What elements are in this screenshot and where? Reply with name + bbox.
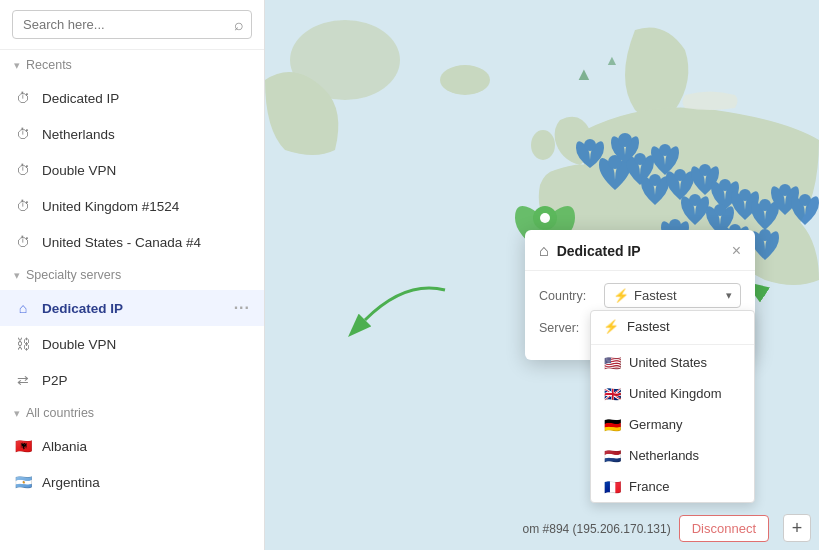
sidebar-item-label: Double VPN <box>42 337 250 352</box>
dropdown-item-fastest[interactable]: ⚡ Fastest <box>591 311 754 342</box>
all-countries-header[interactable]: ▾ All countries <box>0 398 264 428</box>
bolt-icon: ⚡ <box>613 288 629 303</box>
sidebar-item-label: Dedicated IP <box>42 91 250 106</box>
sidebar-list: ▾ Recents ⏱ Dedicated IP ⏱ Netherlands ⏱… <box>0 50 264 550</box>
svg-point-3 <box>531 130 555 160</box>
clock-icon: ⏱ <box>14 161 32 179</box>
dropdown-item-label: France <box>629 479 669 494</box>
sidebar-item-uk-1524[interactable]: ⏱ United Kingdom #1524 <box>0 188 264 224</box>
disconnect-area: om #894 (195.206.170.131) Disconnect <box>523 515 769 542</box>
sidebar-item-label: P2P <box>42 373 250 388</box>
us-flag: 🇺🇸 <box>603 356 621 370</box>
zoom-in-button[interactable]: + <box>783 514 811 542</box>
sidebar-item-double-vpn-recent[interactable]: ⏱ Double VPN <box>0 152 264 188</box>
all-countries-chevron: ▾ <box>14 407 20 420</box>
recents-header[interactable]: ▾ Recents <box>0 50 264 80</box>
sidebar-item-label: Dedicated IP <box>42 301 234 316</box>
dropdown-item-label: United States <box>629 355 707 370</box>
clock-icon: ⏱ <box>14 89 32 107</box>
nl-flag: 🇳🇱 <box>603 449 621 463</box>
sidebar-item-netherlands-recent[interactable]: ⏱ Netherlands <box>0 116 264 152</box>
sidebar-item-label: Double VPN <box>42 163 250 178</box>
specialty-label: Specialty servers <box>26 268 121 282</box>
recents-chevron: ▾ <box>14 59 20 72</box>
dropdown-item-label: United Kingdom <box>629 386 722 401</box>
sidebar-item-double-vpn-spec[interactable]: ⛓ Double VPN <box>0 326 264 362</box>
argentina-flag: 🇦🇷 <box>14 473 32 491</box>
sidebar-item-p2p[interactable]: ⇄ P2P <box>0 362 264 398</box>
modal-title: Dedicated IP <box>557 243 724 259</box>
clock-icon: ⏱ <box>14 233 32 251</box>
server-info-text: om #894 (195.206.170.131) <box>523 522 671 536</box>
more-options-icon[interactable]: ··· <box>234 299 250 317</box>
country-label: Country: <box>539 289 604 303</box>
search-bar <box>0 0 264 50</box>
map-area: ▲ ▲ <box>265 0 819 550</box>
specialty-header[interactable]: ▾ Specialty servers <box>0 260 264 290</box>
fr-flag: 🇫🇷 <box>603 480 621 494</box>
p2p-icon: ⇄ <box>14 371 32 389</box>
dropdown-item-united-kingdom[interactable]: 🇬🇧 United Kingdom <box>591 378 754 409</box>
search-input[interactable] <box>12 10 252 39</box>
double-vpn-icon: ⛓ <box>14 335 32 353</box>
modal-home-icon: ⌂ <box>539 242 549 260</box>
sidebar-item-label: Albania <box>42 439 250 454</box>
dropdown-trigger[interactable]: ⚡ Fastest ▾ <box>604 283 741 308</box>
modal-close-button[interactable]: × <box>732 243 741 259</box>
home-icon: ⌂ <box>14 299 32 317</box>
dropdown-item-label: Fastest <box>627 319 670 334</box>
uk-flag: 🇬🇧 <box>603 387 621 401</box>
country-row: Country: ⚡ Fastest ▾ ⚡ Fastest <box>539 283 741 308</box>
modal-header: ⌂ Dedicated IP × <box>525 230 755 271</box>
country-dropdown[interactable]: ⚡ Fastest ▾ ⚡ Fastest 🇺🇸 United S <box>604 283 741 308</box>
dedicated-ip-modal: ⌂ Dedicated IP × Country: ⚡ Fastest ▾ ⚡ <box>525 230 755 360</box>
sidebar-item-label: Argentina <box>42 475 250 490</box>
albania-flag: 🇦🇱 <box>14 437 32 455</box>
sidebar-item-dedicated-ip-main[interactable]: ⌂ Dedicated IP ··· <box>0 290 264 326</box>
sidebar-item-dedicated-ip-recent[interactable]: ⏱ Dedicated IP <box>0 80 264 116</box>
de-flag: 🇩🇪 <box>603 418 621 432</box>
chevron-down-icon: ▾ <box>726 289 732 302</box>
modal-body: Country: ⚡ Fastest ▾ ⚡ Fastest <box>525 271 755 360</box>
svg-text:▲: ▲ <box>605 52 619 68</box>
sidebar-item-label: Netherlands <box>42 127 250 142</box>
disconnect-button[interactable]: Disconnect <box>679 515 769 542</box>
dropdown-divider <box>591 344 754 345</box>
dropdown-item-france[interactable]: 🇫🇷 France <box>591 471 754 502</box>
sidebar-item-label: United States - Canada #4 <box>42 235 250 250</box>
country-dropdown-menu: ⚡ Fastest 🇺🇸 United States 🇬🇧 United Kin… <box>590 310 755 503</box>
dropdown-item-netherlands[interactable]: 🇳🇱 Netherlands <box>591 440 754 471</box>
dropdown-item-germany[interactable]: 🇩🇪 Germany <box>591 409 754 440</box>
dropdown-item-united-states[interactable]: 🇺🇸 United States <box>591 347 754 378</box>
svg-point-2 <box>440 65 490 95</box>
specialty-chevron: ▾ <box>14 269 20 282</box>
clock-icon: ⏱ <box>14 125 32 143</box>
dropdown-item-label: Germany <box>629 417 682 432</box>
all-countries-label: All countries <box>26 406 94 420</box>
svg-text:▲: ▲ <box>575 64 593 84</box>
dropdown-selected-label: Fastest <box>634 288 721 303</box>
sidebar-item-argentina[interactable]: 🇦🇷 Argentina <box>0 464 264 500</box>
sidebar-item-albania[interactable]: 🇦🇱 Albania <box>0 428 264 464</box>
clock-icon: ⏱ <box>14 197 32 215</box>
bolt-icon: ⚡ <box>603 319 619 334</box>
recents-label: Recents <box>26 58 72 72</box>
search-wrap <box>12 10 252 39</box>
sidebar-item-us-canada-4[interactable]: ⏱ United States - Canada #4 <box>0 224 264 260</box>
dropdown-item-label: Netherlands <box>629 448 699 463</box>
sidebar-item-label: United Kingdom #1524 <box>42 199 250 214</box>
sidebar: ▾ Recents ⏱ Dedicated IP ⏱ Netherlands ⏱… <box>0 0 265 550</box>
